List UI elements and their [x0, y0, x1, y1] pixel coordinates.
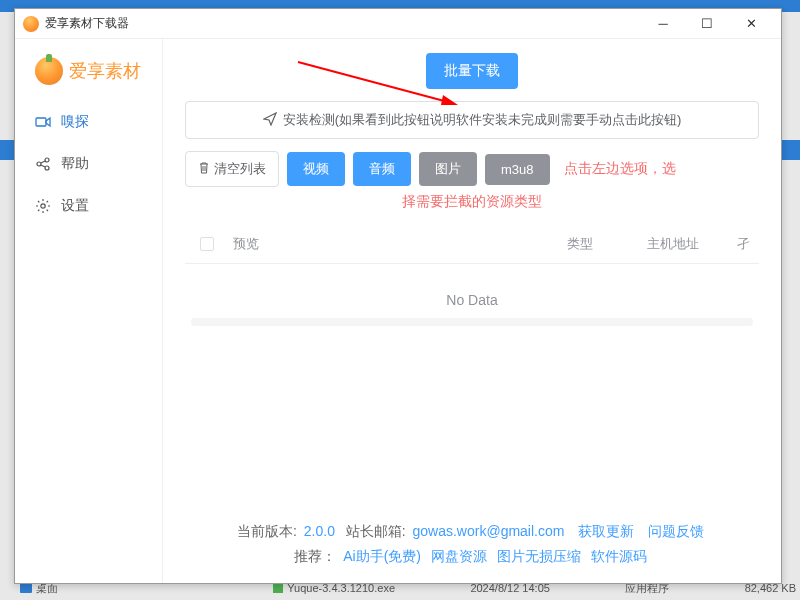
close-button[interactable]: ✕	[729, 10, 773, 38]
recommend-ai-link[interactable]: Ai助手(免费)	[343, 548, 421, 564]
gear-icon	[35, 199, 51, 213]
share-icon	[35, 157, 51, 171]
svg-point-1	[45, 158, 49, 162]
filter-image-chip[interactable]: 图片	[419, 152, 477, 186]
sidebar: 爱享素材 嗅探 帮助 设置	[15, 39, 163, 583]
sidebar-item-label: 设置	[61, 197, 89, 215]
titlebar[interactable]: 爱享素材下载器 ─ ☐ ✕	[15, 9, 781, 39]
minimize-button[interactable]: ─	[641, 10, 685, 38]
batch-download-button[interactable]: 批量下载	[426, 53, 518, 89]
window-title: 爱享素材下载器	[45, 15, 641, 32]
maximize-button[interactable]: ☐	[685, 10, 729, 38]
svg-point-3	[45, 166, 49, 170]
no-data-text: No Data	[185, 264, 759, 318]
brand: 爱享素材	[15, 57, 162, 101]
trash-icon	[198, 161, 210, 177]
brand-text: 爱享素材	[69, 59, 141, 83]
svg-line-4	[41, 161, 45, 163]
get-update-link[interactable]: 获取更新	[578, 523, 634, 539]
app-window: 爱享素材下载器 ─ ☐ ✕ 爱享素材 嗅探 帮助	[14, 8, 782, 584]
install-check-button[interactable]: 安装检测(如果看到此按钮说明软件安装未完成则需要手动点击此按钮)	[185, 101, 759, 139]
filter-m3u8-chip[interactable]: m3u8	[485, 154, 550, 185]
svg-point-2	[37, 162, 41, 166]
column-type: 类型	[567, 235, 647, 253]
sidebar-item-settings[interactable]: 设置	[15, 185, 162, 227]
main-panel: 批量下载 安装检测(如果看到此按钮说明软件安装未完成则需要手动点击此按钮) 清空…	[163, 39, 781, 583]
brand-icon	[35, 57, 63, 85]
recommend-img-link[interactable]: 图片无损压缩	[497, 548, 581, 564]
camera-icon	[35, 115, 51, 129]
svg-point-6	[41, 204, 45, 208]
horizontal-scrollbar[interactable]	[191, 318, 753, 326]
hint-text-2: 择需要拦截的资源类型	[185, 193, 759, 211]
sidebar-item-help[interactable]: 帮助	[15, 143, 162, 185]
sidebar-item-label: 嗅探	[61, 113, 89, 131]
svg-rect-0	[36, 118, 46, 126]
email-link[interactable]: gowas.work@gmail.com	[413, 523, 565, 539]
feedback-link[interactable]: 问题反馈	[648, 523, 704, 539]
footer: 当前版本: 2.0.0 站长邮箱: gowas.work@gmail.com 获…	[185, 511, 759, 583]
sidebar-item-sniff[interactable]: 嗅探	[15, 101, 162, 143]
send-icon	[263, 112, 277, 129]
recommend-disk-link[interactable]: 网盘资源	[431, 548, 487, 564]
version-link[interactable]: 2.0.0	[304, 523, 335, 539]
table-header: 预览 类型 主机地址 孑	[185, 225, 759, 264]
column-extra: 孑	[737, 235, 755, 253]
recommend-src-link[interactable]: 软件源码	[591, 548, 647, 564]
hint-text-1: 点击左边选项，选	[564, 160, 676, 178]
clear-list-button[interactable]: 清空列表	[185, 151, 279, 187]
filter-video-chip[interactable]: 视频	[287, 152, 345, 186]
filter-audio-chip[interactable]: 音频	[353, 152, 411, 186]
column-preview: 预览	[225, 235, 567, 253]
resource-table: 预览 类型 主机地址 孑 No Data	[185, 225, 759, 511]
svg-line-5	[41, 165, 45, 167]
select-all-checkbox[interactable]	[200, 237, 214, 251]
sidebar-item-label: 帮助	[61, 155, 89, 173]
app-icon	[23, 16, 39, 32]
column-host: 主机地址	[647, 235, 737, 253]
